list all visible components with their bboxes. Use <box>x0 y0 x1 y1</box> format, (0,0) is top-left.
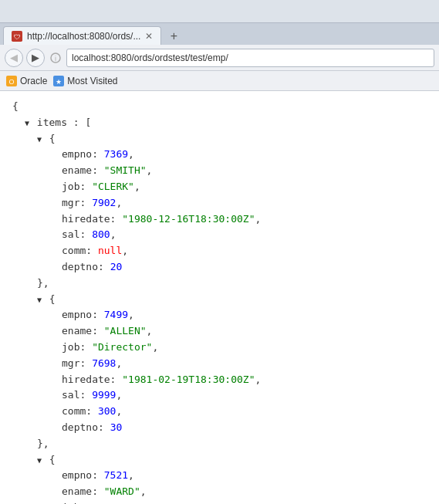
json-record-0-empno: empno: 7369, <box>12 147 427 163</box>
json-record-2: ▼ { <box>12 452 427 468</box>
json-items-line: ▼ items : [ <box>12 115 427 131</box>
bookmark-most-visited[interactable]: ★ Most Visited <box>53 76 117 86</box>
json-record-1-deptno: deptno: 30 <box>12 420 427 436</box>
json-record-1-sal: sal: 9999, <box>12 387 427 404</box>
svg-text:★: ★ <box>56 78 62 86</box>
forward-icon: ▶ <box>32 52 39 63</box>
json-record-1-comm: comm: 300, <box>12 404 427 420</box>
tab-favicon-icon: 🛡 <box>12 31 22 42</box>
address-bar[interactable]: localhost:8080/ords/ordstest/test/emp/ <box>66 49 434 67</box>
json-record-0-mgr: mgr: 7902, <box>12 195 427 211</box>
expand-icon[interactable]: ▼ <box>25 119 29 127</box>
json-record-2-empno: empno: 7521, <box>12 468 427 484</box>
url-text: localhost:8080/ords/ordstest/test/emp/ <box>72 52 228 63</box>
json-record-1-hiredate: hiredate: "1981-02-19T18:30:00Z", <box>12 372 427 388</box>
lock-icon: i <box>49 52 62 64</box>
forward-button[interactable]: ▶ <box>26 49 45 67</box>
json-record-0-close: }, <box>12 276 427 292</box>
bookmark-oracle-label: Oracle <box>20 76 47 86</box>
tab-bar: 🛡 http://localhost:8080/ords/... ✕ + <box>0 23 439 45</box>
json-root-open: { <box>12 99 427 115</box>
json-record-1-job: job: "Director", <box>12 340 427 356</box>
json-record-0-comm: comm: null, <box>12 243 427 259</box>
nav-bar: ◀ ▶ i localhost:8080/ords/ordstest/test/… <box>0 45 439 71</box>
svg-text:O: O <box>8 78 14 86</box>
json-record-1-mgr: mgr: 7698, <box>12 356 427 372</box>
content-area: { ▼ items : [ ▼ { empno: 7369, ename: "S… <box>0 91 439 504</box>
new-tab-button[interactable]: + <box>164 28 183 45</box>
bookmarks-bar: O Oracle ★ Most Visited <box>0 71 439 91</box>
json-record-1-close: }, <box>12 436 427 452</box>
svg-text:i: i <box>55 55 56 63</box>
json-record-0: ▼ { <box>12 131 427 147</box>
json-record-0-ename: ename: "SMITH", <box>12 163 427 179</box>
most-visited-favicon-icon: ★ <box>53 76 64 86</box>
json-record-1-ename: ename: "ALLEN", <box>12 323 427 340</box>
json-record-0-deptno: deptno: 20 <box>12 259 427 276</box>
json-record-1: ▼ { <box>12 292 427 308</box>
bookmark-most-visited-label: Most Visited <box>67 76 117 86</box>
json-record-2-job: job: "SALESMAN", <box>12 500 427 504</box>
tab-title: http://localhost:8080/ords/... <box>27 31 140 42</box>
back-icon: ◀ <box>10 52 18 63</box>
json-record-1-empno: empno: 7499, <box>12 307 427 323</box>
json-record-0-hiredate: hiredate: "1980-12-16T18:30:00Z", <box>12 211 427 228</box>
expand-record-1-icon[interactable]: ▼ <box>37 296 42 304</box>
active-tab[interactable]: 🛡 http://localhost:8080/ords/... ✕ <box>3 26 161 45</box>
expand-record-0-icon[interactable]: ▼ <box>37 135 42 144</box>
bookmark-oracle[interactable]: O Oracle <box>6 76 47 86</box>
oracle-favicon-icon: O <box>6 76 17 86</box>
tab-close-button[interactable]: ✕ <box>145 31 153 42</box>
title-bar <box>0 0 439 23</box>
json-record-0-job: job: "CLERK", <box>12 179 427 195</box>
svg-text:🛡: 🛡 <box>14 32 21 40</box>
expand-record-2-icon[interactable]: ▼ <box>37 456 42 465</box>
json-record-2-ename: ename: "WARD", <box>12 484 427 500</box>
back-button[interactable]: ◀ <box>5 49 23 67</box>
json-record-0-sal: sal: 800, <box>12 227 427 243</box>
